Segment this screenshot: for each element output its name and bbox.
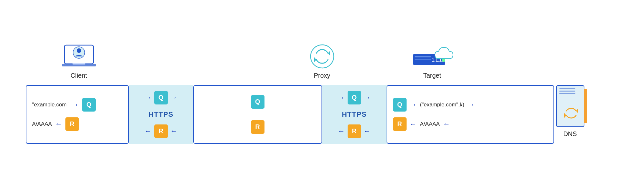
target-response-row: R ← A/AAAA ← (393, 117, 450, 131)
svg-marker-14 (564, 113, 566, 118)
proxy-box: Q R (193, 85, 322, 144)
svg-rect-4 (72, 63, 85, 64)
client-box: "example.com" → Q A/AAAA ← R (26, 85, 129, 144)
svg-rect-9 (415, 56, 431, 57)
icons-row: Client Proxy 1.1.1.1 (16, 44, 628, 79)
band1-r-row: ← R ← (145, 124, 178, 138)
client-icon-group: Client (61, 44, 97, 79)
band1-q-row: → Q → (145, 91, 178, 104)
band2-r-row: ← R ← (338, 124, 371, 138)
band1-r-box: R (154, 124, 168, 138)
target-query-text: ("example.com",k) (420, 102, 465, 108)
notebook-lines (559, 88, 575, 94)
dns-section: DNS (556, 85, 584, 144)
proxy-sync-icon (309, 44, 335, 69)
band2-q-row: → Q → (338, 91, 371, 104)
proxy-label: Proxy (314, 72, 330, 79)
target-arrow-right2: → (467, 101, 475, 109)
https-label-1: HTTPS (149, 110, 173, 119)
client-label: Client (71, 72, 87, 79)
main-flow: "example.com" → Q A/AAAA ← R → Q (16, 85, 628, 144)
band1-q-box: Q (154, 91, 168, 104)
notebook-spine (584, 89, 587, 123)
target-response-text: A/AAAA (420, 121, 440, 127)
target-query-row: Q → ("example.com",k) → (393, 98, 475, 112)
arrow-right-icon: → (72, 101, 79, 109)
client-query-text: "example.com" (32, 102, 69, 108)
client-response-text: A/AAAA (32, 121, 52, 127)
band2-q-box: Q (348, 91, 361, 104)
dns-sync-icon (563, 105, 579, 123)
proxy-q-box: Q (251, 95, 264, 109)
client-r-box: R (65, 117, 79, 131)
https-label-2: HTTPS (342, 110, 367, 119)
svg-marker-13 (576, 108, 578, 113)
target-q-box: Q (393, 98, 407, 112)
dns-notebook (556, 85, 584, 127)
target-arrow-left: ← (410, 120, 417, 128)
https-band-1: → Q → HTTPS ← R ← (129, 85, 193, 144)
client-query-row: "example.com" → Q (32, 98, 96, 112)
client-response-row: A/AAAA ← R (32, 117, 79, 131)
target-arrow-right: → (410, 101, 417, 109)
arrow-left-icon: ← (55, 120, 62, 128)
band2-r-box: R (348, 124, 361, 138)
target-r-box: R (393, 117, 407, 131)
cloud-icon (432, 44, 461, 64)
laptop-icon (61, 44, 97, 69)
proxy-r-box: R (251, 120, 264, 134)
client-q-box: Q (82, 98, 96, 112)
dns-label: DNS (563, 130, 577, 138)
https-band-2: → Q → HTTPS ← R ← (322, 85, 387, 144)
svg-point-2 (77, 48, 81, 53)
svg-point-5 (311, 45, 334, 68)
target-arrow-left2: ← (443, 120, 450, 128)
target-label: Target (423, 72, 441, 79)
target-icon-group: 1.1.1.1 Target (413, 51, 452, 79)
svg-rect-10 (415, 59, 431, 60)
proxy-icon-group: Proxy (309, 44, 335, 79)
target-box: Q → ("example.com",k) → R ← A/AAAA ← (387, 85, 554, 144)
diagram-container: Client Proxy 1.1.1.1 (16, 44, 628, 144)
